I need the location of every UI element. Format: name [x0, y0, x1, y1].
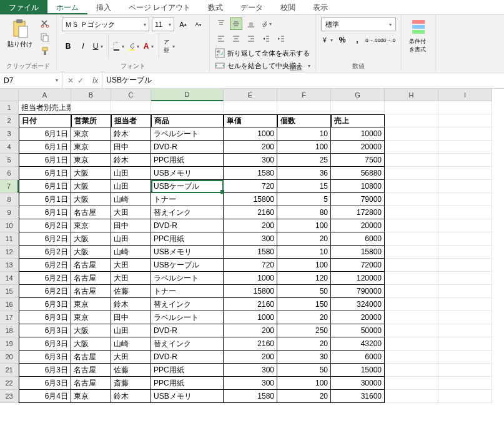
row-header-5[interactable]: 5 — [0, 154, 19, 167]
cell[interactable]: 50 — [277, 285, 331, 298]
cell[interactable]: 6月2日 — [19, 259, 71, 272]
cell[interactable]: 東京 — [71, 390, 111, 403]
cell[interactable]: 大阪 — [71, 167, 111, 180]
number-format-select[interactable]: 標準▾ — [321, 17, 396, 31]
cell[interactable]: 担当者別売上票（6/1～6/7） — [19, 101, 71, 114]
cell[interactable]: 15800 — [224, 285, 277, 298]
col-header-A[interactable]: A — [19, 89, 71, 101]
cell[interactable]: 15800 — [224, 193, 277, 206]
cell[interactable] — [438, 337, 492, 351]
cell[interactable]: USBケーブル — [151, 180, 224, 193]
cell[interactable]: 2160 — [224, 337, 277, 351]
cell[interactable] — [385, 141, 438, 154]
border-button[interactable]: ▾ — [112, 40, 125, 52]
cell[interactable]: 6月1日 — [19, 127, 71, 141]
col-header-E[interactable]: E — [224, 89, 277, 101]
cell[interactable]: 東京 — [71, 219, 111, 232]
cell[interactable]: 6000 — [331, 351, 385, 364]
cell[interactable]: 100 — [277, 259, 331, 272]
row-header-12[interactable]: 12 — [0, 246, 19, 259]
cell[interactable] — [438, 259, 492, 272]
cell[interactable]: 6月2日 — [19, 232, 71, 246]
col-header-D[interactable]: D — [151, 89, 224, 101]
fill-color-button[interactable]: ▾ — [127, 40, 140, 52]
copy-button[interactable] — [39, 31, 51, 44]
cell[interactable]: PPC用紙 — [151, 377, 224, 390]
cell[interactable]: 10 — [277, 127, 331, 141]
cell[interactable] — [385, 285, 438, 298]
cell[interactable]: 個数 — [277, 114, 331, 127]
cell[interactable] — [385, 154, 438, 167]
cell[interactable]: 15 — [277, 180, 331, 193]
cell[interactable] — [385, 364, 438, 377]
cell[interactable]: 79000 — [331, 193, 385, 206]
cell[interactable] — [385, 232, 438, 246]
cell[interactable]: 山崎 — [111, 337, 151, 351]
cell[interactable]: 790000 — [331, 285, 385, 298]
cell[interactable] — [71, 101, 111, 114]
cell[interactable]: 10000 — [331, 127, 385, 141]
cell[interactable]: 名古屋 — [71, 206, 111, 219]
row-header-6[interactable]: 6 — [0, 167, 19, 180]
cell[interactable] — [438, 364, 492, 377]
cell[interactable]: ラベルシート — [151, 272, 224, 285]
cell[interactable] — [385, 246, 438, 259]
cell[interactable]: 20 — [277, 390, 331, 403]
align-center-button[interactable] — [230, 32, 242, 45]
cell[interactable]: 200 — [224, 324, 277, 337]
tab-pagelayout[interactable]: ページ レイアウト — [120, 0, 199, 14]
align-left-button[interactable] — [215, 32, 227, 45]
cell[interactable] — [151, 101, 224, 114]
paste-button[interactable]: 貼り付け — [5, 17, 35, 50]
cell[interactable] — [438, 351, 492, 364]
conditional-format-button[interactable]: 条件付き書式 — [407, 17, 430, 55]
orientation-button[interactable]: ab▾ — [260, 17, 272, 30]
format-painter-button[interactable] — [39, 45, 51, 57]
cell[interactable] — [438, 180, 492, 193]
cell[interactable]: 6月2日 — [19, 246, 71, 259]
cell[interactable]: 25 — [277, 154, 331, 167]
tab-formulas[interactable]: 数式 — [199, 0, 232, 14]
cell[interactable]: 20000 — [331, 311, 385, 324]
cell[interactable]: 6月3日 — [19, 324, 71, 337]
cell[interactable] — [438, 311, 492, 324]
cell[interactable] — [385, 390, 438, 403]
cell[interactable]: 6月3日 — [19, 337, 71, 351]
cell[interactable] — [385, 193, 438, 206]
cell[interactable]: 2160 — [224, 298, 277, 311]
cell[interactable]: 名古屋 — [71, 272, 111, 285]
row-header-20[interactable]: 20 — [0, 351, 19, 364]
cell[interactable]: 佐藤 — [111, 285, 151, 298]
cell[interactable]: 佐藤 — [111, 364, 151, 377]
tab-insert[interactable]: 挿入 — [87, 0, 120, 14]
cell[interactable]: 720 — [224, 259, 277, 272]
select-all-corner[interactable] — [0, 89, 19, 101]
cut-button[interactable] — [39, 17, 51, 30]
cell[interactable]: 36 — [277, 167, 331, 180]
cell[interactable]: 名古屋 — [71, 377, 111, 390]
row-header-10[interactable]: 10 — [0, 219, 19, 232]
cell[interactable] — [385, 219, 438, 232]
align-top-button[interactable] — [215, 17, 227, 30]
cell[interactable]: 替えインク — [151, 337, 224, 351]
cell[interactable]: 6月1日 — [19, 154, 71, 167]
cell[interactable]: PPC用紙 — [151, 364, 224, 377]
cell[interactable]: 10 — [277, 246, 331, 259]
cell[interactable] — [438, 298, 492, 311]
cell[interactable] — [438, 206, 492, 219]
wrap-text-button[interactable]: abc 折り返して全体を表示する — [215, 48, 310, 58]
cell[interactable]: 15800 — [331, 246, 385, 259]
cell[interactable] — [331, 101, 385, 114]
cell[interactable]: DVD-R — [151, 141, 224, 154]
row-header-8[interactable]: 8 — [0, 193, 19, 206]
col-header-H[interactable]: H — [385, 89, 438, 101]
cell[interactable]: 6月3日 — [19, 351, 71, 364]
cell[interactable]: 山田 — [111, 324, 151, 337]
cell[interactable]: 大田 — [111, 351, 151, 364]
percent-button[interactable]: % — [336, 34, 348, 46]
cell[interactable]: 30000 — [331, 377, 385, 390]
cell[interactable]: 鈴木 — [111, 154, 151, 167]
increase-font-button[interactable]: A▴ — [177, 18, 189, 31]
cell[interactable]: 300 — [224, 364, 277, 377]
cell[interactable]: PPC用紙 — [151, 232, 224, 246]
